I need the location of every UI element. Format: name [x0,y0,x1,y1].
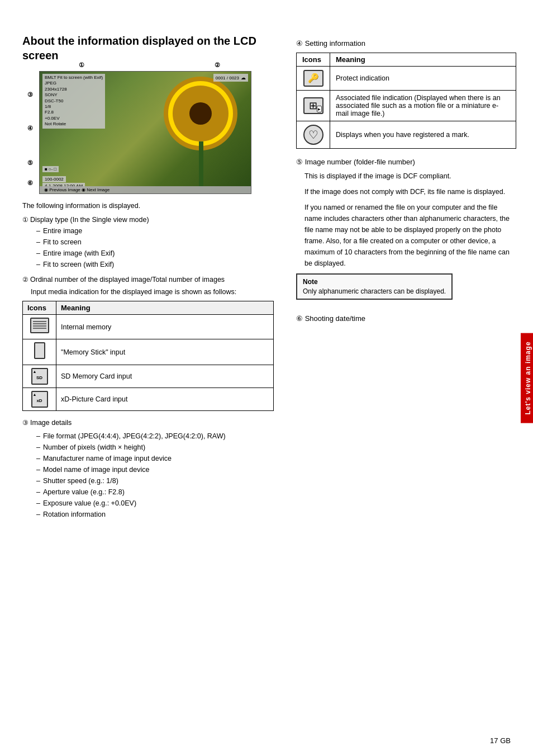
bullet-entire-image: Entire image [36,225,274,237]
section6-label: ⑥ [296,314,303,323]
meaning-protect: Protect indication [330,66,516,90]
meaning-xd-card: xD-Picture Card input [56,388,274,411]
section2-sub: Input media indication for the displayed… [31,287,274,297]
section3-title: Image details [30,418,72,428]
page-suffix: GB [500,736,511,745]
table-right-header-icons: Icons [297,53,330,66]
section4-header: ④ Setting information [296,38,516,49]
section5-label: ⑤ [296,158,303,166]
icon-xd-card: ▲ xD [23,388,56,411]
table-row: "Memory Stick" input [23,339,274,365]
diagram-label-2: ② [215,62,220,69]
section3-item: ③ Image details [22,418,274,428]
meaning-memory-stick: "Memory Stick" input [56,339,274,365]
section3-bullets: File format (JPEG(4:4:4), JPEG(4:2:2), J… [36,431,274,520]
bullet-exposure: Exposure value (e.g.: +0.0EV) [36,498,274,509]
diagram-label-6: ⑥ [27,179,33,187]
lcd-bottom1: 100-0002 [42,176,66,182]
lcd-nav-text: ◉ Previous Image ◉ Next Image [44,187,110,192]
bullet-rotation: Rotation information [36,509,274,520]
lcd-line4: SONY [45,92,103,98]
table-row: ▲ xD xD-Picture Card input [23,388,274,411]
icons-table-section2: Icons Meaning Internal memo [22,301,274,411]
table-header-meaning: Meaning [56,301,274,315]
icon-associated: ⊞ ▸ [297,90,330,121]
diagram-label-4: ④ [27,125,33,132]
icon-protect: 🔑 [297,66,330,90]
bullet-aperture: Aperture value (e.g.: F2.8) [36,486,274,498]
diagram-label-3: ③ [27,91,33,98]
section2-label: ② [22,275,28,285]
icon-memory-stick [23,339,56,365]
side-tab: Let's view an image [521,333,533,423]
diagram-label-1: ① [79,62,84,69]
section6-header: ⑥ Shooting date/time [296,313,516,324]
intro-text: The following information is displayed. [22,201,274,211]
meaning-mark: Displays when you have registered a mark… [330,121,516,148]
lcd-top-bar: BMLT Fit to screen (with Exif) JPEG 2304… [42,74,248,129]
meaning-internal-memory: Internal memory [56,315,274,339]
section5-text1: This is displayed if the image is DCF co… [304,171,516,182]
table-row: Internal memory [23,315,274,339]
section1-bullets: Entire image Fit to screen Entire image … [36,225,274,270]
lcd-image: BMLT Fit to screen (with Exif) JPEG 2304… [39,71,251,194]
note-label: Note [303,278,446,286]
right-content: ④ Setting information Icons Meaning 🔑 [285,17,533,739]
lcd-line9: Not Rotate [45,121,103,127]
diagram-label-5: ⑤ [27,159,33,167]
lcd-line8: +0.0EV [45,116,103,121]
note-text: Only alphanumeric characters can be disp… [303,287,446,295]
bullet-shutter: Shutter speed (e.g.: 1/8) [36,475,274,486]
page-num: 17 [490,736,498,745]
bullet-pixels: Number of pixels (width × height) [36,442,274,453]
lcd-diagram: BMLT Fit to screen (with Exif) JPEG 2304… [39,71,257,194]
section2-title: Ordinal number of the displayed image/To… [30,275,225,285]
section2-item: ② Ordinal number of the displayed image/… [22,275,274,285]
meaning-sd-card: SD Memory Card input [56,365,274,388]
lcd-line6: 1/8 [45,104,103,110]
section5-text3: If you named or renamed the file on your… [304,202,516,269]
table-right-header-meaning: Meaning [330,53,516,66]
section6-title: Shooting date/time [305,314,365,323]
bullet-fit-screen: Fit to screen [36,237,274,248]
sunflower-stem [199,141,203,186]
section1-title: Display type (In the Single view mode) [30,215,149,225]
section3-label: ③ [22,418,28,428]
main-content: About the information displayed on the L… [0,17,285,739]
lcd-line7: F2.8 [45,110,103,115]
table-row-mark: ♡ Displays when you have registered a ma… [297,121,516,148]
note-box: Note Only alphanumeric characters can be… [296,273,453,300]
lcd-line1: BMLT Fit to screen (with Exif) [45,75,103,81]
lcd-counter: 0001 / 0023 ☁ [213,74,248,82]
section5-header: ⑤ Image number (folder-file number) [296,157,516,168]
table-row: ▲ SD SD Memory Card input [23,365,274,388]
icons-table-section4: Icons Meaning 🔑 Protect indication [296,53,516,149]
table-row-protect: 🔑 Protect indication [297,66,516,90]
table-row-associated: ⊞ ▸ Associated file indication (Displaye… [297,90,516,121]
icon-sd-card: ▲ SD [23,365,56,388]
lcd-line2: JPEG [45,81,103,86]
meaning-associated: Associated file indication (Displayed wh… [330,90,516,121]
table-header-icons: Icons [23,301,56,315]
section5-text2: If the image does not comply with DCF, i… [304,186,516,197]
section1-label: ① [22,215,28,225]
lcd-line5: DSC-T50 [45,98,103,104]
section4-title: Setting information [305,39,365,48]
lcd-nav-bar: ◉ Previous Image ◉ Next Image [40,186,251,193]
lcd-middle-row: ■○-□ [42,166,59,172]
bullet-entire-exif: Entire image (with Exif) [36,248,274,259]
page-number: 17 GB [490,736,511,745]
lcd-line3: 2304x1728 [45,87,103,92]
bullet-model: Model name of image input device [36,464,274,475]
bullet-manufacturer: Manufacturer name of image input device [36,453,274,464]
lcd-info-box: BMLT Fit to screen (with Exif) JPEG 2304… [42,74,105,129]
lcd-counter-text: 0001 / 0023 [216,75,239,81]
section4-label: ④ [296,39,303,48]
bullet-fit-exif: Fit to screen (with Exif) [36,259,274,270]
section1-item: ① Display type (In the Single view mode) [22,215,274,225]
icon-internal-memory [23,315,56,339]
icon-mark: ♡ [297,121,330,148]
bullet-file-format: File format (JPEG(4:4:4), JPEG(4:2:2), J… [36,431,274,442]
page-title: About the information displayed on the L… [22,34,274,63]
section5-title: Image number (folder-file number) [305,158,415,166]
